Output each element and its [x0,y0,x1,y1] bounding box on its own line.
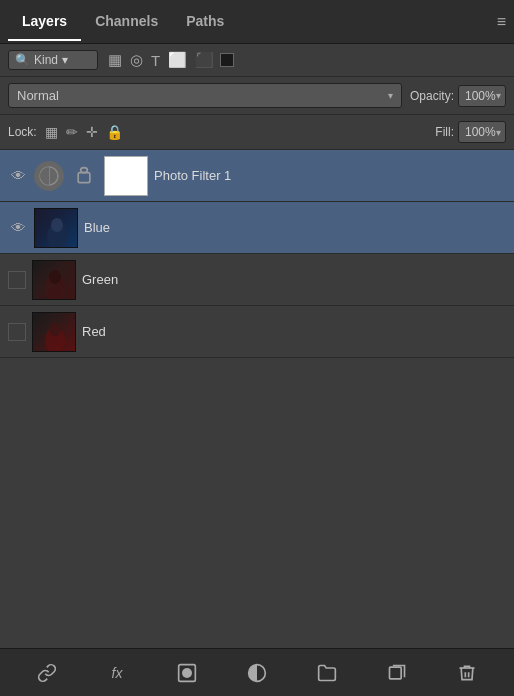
adjustment-layer-icon [34,161,64,191]
lock-paint-icon[interactable]: ✏ [66,124,78,140]
layers-panel: 🔍 Kind ▾ ▦ ◎ T ⬜ ⬛ Normal ▾ Opacity: 100… [0,44,514,696]
layer-chain-icon [70,162,98,190]
layer-name: Red [82,324,506,339]
blend-row: Normal ▾ Opacity: 100% ▾ [0,77,514,115]
adjustment-icon[interactable] [243,659,271,687]
lock-move-icon[interactable]: ✛ [86,124,98,140]
fill-chevron: ▾ [496,127,501,138]
layer-thumbnail [34,208,78,248]
blend-chevron: ▾ [388,90,393,101]
delete-icon[interactable] [453,659,481,687]
svg-point-11 [182,668,192,678]
lock-transparency-icon[interactable]: ▦ [45,124,58,140]
kind-chevron: ▾ [62,53,68,67]
opacity-value: 100% [465,89,496,103]
fill-group: Fill: 100% ▾ [435,121,506,143]
opacity-chevron: ▾ [496,90,501,101]
adjustment-filter-icon[interactable]: ◎ [130,51,143,69]
tabs-bar: Layers Channels Paths ≡ [0,0,514,44]
opacity-group: Opacity: 100% ▾ [410,85,506,107]
svg-rect-3 [78,172,90,182]
opacity-input[interactable]: 100% ▾ [458,85,506,107]
fill-input[interactable]: 100% ▾ [458,121,506,143]
fx-icon[interactable]: fx [103,659,131,687]
blend-mode-value: Normal [17,88,59,103]
fill-label: Fill: [435,125,454,139]
layer-thumbnail [104,156,148,196]
blend-mode-select[interactable]: Normal ▾ [8,83,402,108]
svg-rect-13 [390,667,402,679]
layer-thumbnail [32,260,76,300]
lock-all-icon[interactable]: 🔒 [106,124,123,140]
layer-name: Blue [84,220,506,235]
mask-icon[interactable] [173,659,201,687]
tab-channels[interactable]: Channels [81,3,172,41]
layer-visibility-checkbox[interactable] [8,323,26,341]
svg-point-5 [51,218,63,232]
bottom-bar: fx [0,648,514,696]
opacity-label: Opacity: [410,89,454,103]
search-icon: 🔍 [15,53,30,67]
tab-layers[interactable]: Layers [8,3,81,41]
kind-row: 🔍 Kind ▾ ▦ ◎ T ⬜ ⬛ [0,44,514,77]
lock-row: Lock: ▦ ✏ ✛ 🔒 Fill: 100% ▾ [0,115,514,150]
svg-point-7 [49,270,61,284]
kind-select[interactable]: 🔍 Kind ▾ [8,50,98,70]
layers-list: 👁 Photo Filter 1 👁 [0,150,514,399]
layer-visibility-icon[interactable]: 👁 [8,167,28,184]
layer-item[interactable]: 👁 Photo Filter 1 [0,150,514,202]
layer-visibility-checkbox[interactable] [8,271,26,289]
fill-value: 100% [465,125,496,139]
color-swatch [220,53,234,67]
layer-thumbnail [32,312,76,352]
layer-item[interactable]: 👁 Blue [0,202,514,254]
svg-point-9 [49,322,61,336]
layer-item[interactable]: Red [0,306,514,358]
smart-filter-icon[interactable]: ⬛ [195,51,214,69]
tab-paths[interactable]: Paths [172,3,238,41]
new-layer-icon[interactable] [383,659,411,687]
filter-icons: ▦ ◎ T ⬜ ⬛ [108,51,214,69]
layer-name: Photo Filter 1 [154,168,506,183]
layer-item[interactable]: Green [0,254,514,306]
layer-visibility-icon[interactable]: 👁 [8,219,28,236]
link-icon[interactable] [33,659,61,687]
layer-name: Green [82,272,506,287]
kind-label: Kind [34,53,58,67]
lock-icons: ▦ ✏ ✛ 🔒 [45,124,436,140]
folder-icon[interactable] [313,659,341,687]
panel-menu-icon[interactable]: ≡ [497,13,506,31]
shape-filter-icon[interactable]: ⬜ [168,51,187,69]
lock-label: Lock: [8,125,37,139]
pixel-filter-icon[interactable]: ▦ [108,51,122,69]
type-filter-icon[interactable]: T [151,52,160,69]
